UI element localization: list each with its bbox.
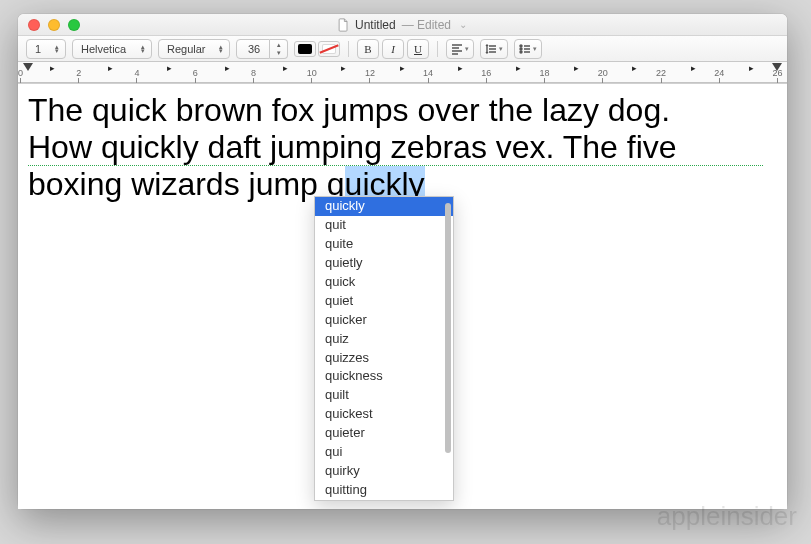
ruler[interactable]: 02468101214161820222426▸▸▸▸▸▸▸▸▸▸▸▸▸ <box>18 62 787 84</box>
tab-stop-marker[interactable]: ▸ <box>167 63 172 73</box>
title-dropdown-icon[interactable]: ⌄ <box>459 19 467 30</box>
stepper-icon: ▴▾ <box>219 45 223 53</box>
autocomplete-item[interactable]: quicker <box>315 311 453 330</box>
tab-stop-marker[interactable]: ▸ <box>108 63 113 73</box>
tab-stop-marker[interactable]: ▸ <box>516 63 521 73</box>
zoom-button[interactable] <box>68 19 80 31</box>
list-icon <box>519 43 531 55</box>
tab-stop-marker[interactable]: ▸ <box>574 63 579 73</box>
tab-stop-marker[interactable]: ▸ <box>749 63 754 73</box>
separator <box>437 41 438 57</box>
ruler-tick: 8 <box>253 78 254 83</box>
alignment-button[interactable]: ▾ <box>446 39 474 59</box>
title-wrap: Untitled — Edited ⌄ <box>18 14 787 35</box>
ruler-tick: 22 <box>661 78 662 83</box>
text-style-group: B I U <box>357 39 429 59</box>
window-controls <box>18 19 80 31</box>
titlebar: Untitled — Edited ⌄ <box>18 14 787 36</box>
autocomplete-item[interactable]: quickness <box>315 367 453 386</box>
document-icon <box>338 18 349 32</box>
chevron-down-icon: ▾ <box>499 45 503 53</box>
text-line[interactable]: How quickly daft jumping zebras vex. The… <box>28 129 777 166</box>
autocomplete-item[interactable]: quilt <box>315 386 453 405</box>
ruler-tick: 26 <box>777 78 778 83</box>
text-line[interactable]: The quick brown fox jumps over the lazy … <box>28 92 777 129</box>
autocomplete-item[interactable]: qui <box>315 443 453 462</box>
stepper-icon: ▴▾ <box>55 45 59 53</box>
align-left-icon <box>451 43 463 55</box>
font-size-input[interactable]: 36 <box>236 39 270 59</box>
autocomplete-item[interactable]: quit <box>315 216 453 235</box>
font-size-group: 36 ▴▾ <box>236 39 288 59</box>
font-style-select[interactable]: Regular ▴▾ <box>158 39 230 59</box>
svg-point-1 <box>520 48 522 50</box>
autocomplete-item[interactable]: quiz <box>315 330 453 349</box>
popup-scrollbar[interactable] <box>444 199 452 498</box>
format-toolbar: 1 ▴▾ Helvetica ▴▾ Regular ▴▾ 36 ▴▾ B I U <box>18 36 787 62</box>
paragraph-style-select[interactable]: 1 ▴▾ <box>26 39 66 59</box>
autocomplete-item[interactable]: quitting <box>315 481 453 500</box>
font-size-stepper[interactable]: ▴▾ <box>270 39 288 59</box>
autocomplete-popup: quicklyquitquitequietlyquickquietquicker… <box>314 196 454 501</box>
font-style-value: Regular <box>167 43 206 55</box>
window-title: Untitled <box>355 18 396 32</box>
close-button[interactable] <box>28 19 40 31</box>
popup-scrollbar-thumb[interactable] <box>445 203 451 453</box>
color-swatches <box>294 41 340 57</box>
ruler-tick: 2 <box>78 78 79 83</box>
list-style-button[interactable]: ▾ <box>514 39 542 59</box>
autocomplete-item[interactable]: quieter <box>315 424 453 443</box>
ruler-tick: 14 <box>428 78 429 83</box>
ruler-tick: 0 <box>20 78 21 83</box>
ruler-tick: 18 <box>544 78 545 83</box>
font-family-select[interactable]: Helvetica ▴▾ <box>72 39 152 59</box>
svg-point-0 <box>520 45 522 47</box>
ruler-tick: 10 <box>311 78 312 83</box>
ruler-tick: 20 <box>602 78 603 83</box>
font-family-value: Helvetica <box>81 43 126 55</box>
font-size-value: 36 <box>248 43 260 55</box>
svg-marker-3 <box>23 63 33 71</box>
tab-stop-marker[interactable]: ▸ <box>225 63 230 73</box>
tab-stop-marker[interactable]: ▸ <box>50 63 55 73</box>
tab-stop-marker[interactable]: ▸ <box>283 63 288 73</box>
document-body[interactable]: The quick brown fox jumps over the lazy … <box>18 84 787 509</box>
line-spacing-icon <box>485 43 497 55</box>
tab-stop-marker[interactable]: ▸ <box>458 63 463 73</box>
autocomplete-item[interactable]: quizzes <box>315 349 453 368</box>
tab-stop-marker[interactable]: ▸ <box>400 63 405 73</box>
line-spacing-button[interactable]: ▾ <box>480 39 508 59</box>
italic-button[interactable]: I <box>382 39 404 59</box>
underline-button[interactable]: U <box>407 39 429 59</box>
highlight-color-button[interactable] <box>318 41 340 57</box>
window-edited-status: — Edited <box>402 18 451 32</box>
autocomplete-item[interactable]: quietly <box>315 254 453 273</box>
chevron-down-icon: ▾ <box>533 45 537 53</box>
ruler-tick: 12 <box>369 78 370 83</box>
ruler-tick: 24 <box>719 78 720 83</box>
ruler-tick: 4 <box>136 78 137 83</box>
separator <box>348 41 349 57</box>
svg-point-2 <box>520 51 522 53</box>
autocomplete-item[interactable]: quiet <box>315 292 453 311</box>
ruler-tick: 6 <box>195 78 196 83</box>
grammar-underline <box>28 165 763 166</box>
paragraph-style-value: 1 <box>35 43 41 55</box>
text-color-button[interactable] <box>294 41 316 57</box>
app-window: Untitled — Edited ⌄ 1 ▴▾ Helvetica ▴▾ Re… <box>18 14 787 509</box>
tab-stop-marker[interactable]: ▸ <box>691 63 696 73</box>
autocomplete-item[interactable]: quite <box>315 235 453 254</box>
tab-stop-marker[interactable]: ▸ <box>341 63 346 73</box>
bold-button[interactable]: B <box>357 39 379 59</box>
autocomplete-item[interactable]: quickest <box>315 405 453 424</box>
minimize-button[interactable] <box>48 19 60 31</box>
autocomplete-item[interactable]: quirky <box>315 462 453 481</box>
autocomplete-item[interactable]: quick <box>315 273 453 292</box>
chevron-down-icon: ▾ <box>465 45 469 53</box>
autocomplete-item[interactable]: quickly <box>315 197 453 216</box>
ruler-tick: 16 <box>486 78 487 83</box>
first-line-indent-marker[interactable] <box>22 62 34 72</box>
tab-stop-marker[interactable]: ▸ <box>632 63 637 73</box>
stepper-icon: ▴▾ <box>141 45 145 53</box>
